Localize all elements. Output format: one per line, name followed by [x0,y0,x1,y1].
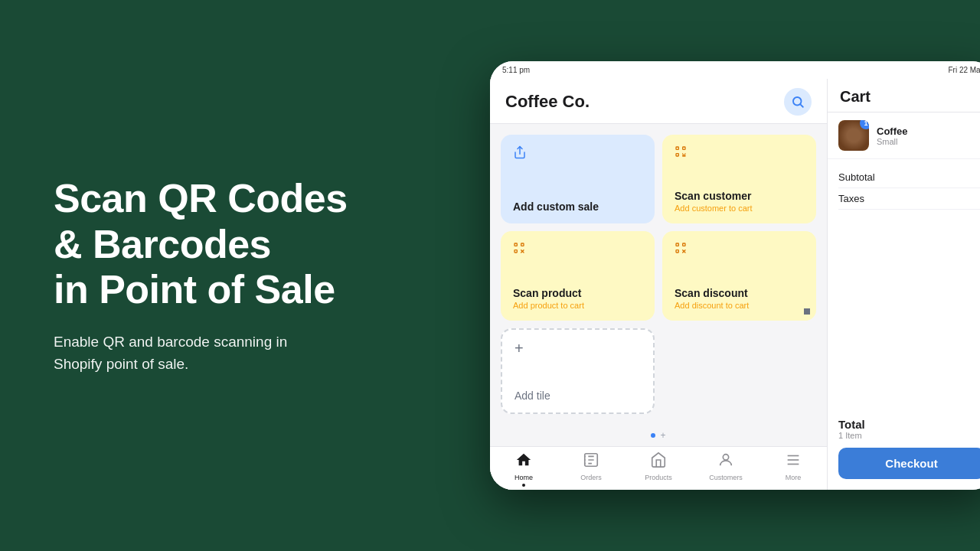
tile-scan-discount[interactable]: Scan discount Add discount to cart [662,231,816,320]
tablet-screen: 5:11 pm Fri 22 Mar Coffee Co. [490,61,980,490]
cart-panel: Cart 1 Coffee Small [827,79,980,490]
scan-product-icon [513,242,642,257]
svg-rect-3 [676,147,678,149]
nav-products-label: Products [645,474,672,481]
dot-active [651,433,655,438]
nav-orders-label: Orders [580,474,602,481]
search-icon [791,95,805,109]
svg-rect-11 [521,243,524,246]
search-button[interactable] [784,88,812,116]
cart-item[interactable]: 1 Coffee Small [828,112,980,159]
plus-icon: + [514,341,641,356]
app-content: Coffee Co. [490,79,980,490]
customers-icon [717,452,734,472]
dot-plus: + [660,431,665,440]
svg-rect-10 [514,243,517,246]
tile-scan-customer[interactable]: Scan customer Add customer to cart [662,135,816,223]
time: 5:11 pm [502,66,530,74]
scroll-indicator [804,308,810,315]
custom-sale-title: Add custom sale [513,201,642,213]
headline-line2: & Barcodes [54,222,271,266]
tile-scan-product[interactable]: Scan product Add product to cart [501,231,655,320]
headline-line3: in Point of Sale [54,267,335,311]
tile-add[interactable]: + Add tile [501,328,655,414]
tablet: 5:11 pm Fri 22 Mar Coffee Co. [490,61,980,490]
orders-icon [583,452,599,472]
device-wrapper: 5:11 pm Fri 22 Mar Coffee Co. [459,54,980,497]
tiles-area: Add custom sale [490,124,827,425]
svg-rect-4 [683,147,685,149]
description: Enable QR and barcode scanning inShopify… [54,331,406,375]
nav-customers-label: Customers [709,474,743,481]
home-icon [515,452,532,472]
scan-customer-icon [675,145,804,161]
cart-item-info: Coffee Small [877,126,907,146]
svg-rect-16 [683,243,685,246]
subtotal-row: Subtotal [838,167,980,188]
svg-rect-17 [676,250,678,253]
bottom-nav: Home Orders [490,446,827,490]
svg-rect-12 [514,250,517,253]
nav-products[interactable]: Products [625,452,692,487]
checkout-button[interactable]: Checkout [838,448,980,479]
main-panel: Coffee Co. [490,79,827,490]
nav-home-label: Home [514,474,533,481]
scan-discount-subtitle: Add discount to cart [675,301,804,310]
add-tile-label: Add tile [514,390,641,402]
scan-product-title: Scan product [513,287,642,299]
svg-rect-5 [676,154,678,156]
date: Fri 22 Mar [948,66,980,74]
nav-customers[interactable]: Customers [692,452,760,487]
cart-footer: Total 1 Item Checkout [828,410,980,490]
taxes-label: Taxes [838,193,864,204]
svg-rect-15 [676,243,678,246]
headline-line1: Scan QR Codes [54,176,348,220]
store-name: Coffee Co. [505,92,590,112]
nav-more-label: More [786,474,802,481]
subtotal-label: Subtotal [838,171,875,183]
cart-item-name: Coffee [877,126,907,137]
share-icon [513,145,642,162]
cart-title: Cart [840,88,980,106]
cart-item-variant: Small [877,137,907,146]
status-bar: 5:11 pm Fri 22 Mar [490,61,980,79]
scan-customer-subtitle: Add customer to cart [675,204,804,213]
nav-home[interactable]: Home [490,452,557,487]
more-icon [785,452,802,472]
nav-more[interactable]: More [760,452,827,487]
scan-discount-title: Scan discount [675,287,804,299]
svg-line-1 [800,104,802,106]
total-final: Total 1 Item [838,418,980,440]
total-items: 1 Item [838,431,980,440]
cart-header: Cart [828,79,980,112]
nav-orders[interactable]: Orders [557,452,625,487]
scan-product-subtitle: Add product to cart [513,301,642,310]
scan-discount-icon [675,242,804,257]
main-header: Coffee Co. [490,79,827,124]
svg-point-21 [723,455,728,460]
taxes-row: Taxes [838,188,980,210]
total-label: Total [838,418,980,431]
cart-item-image: 1 [838,120,869,151]
tile-custom-sale[interactable]: Add custom sale [501,135,655,223]
cart-totals: Subtotal Taxes [828,159,980,410]
products-icon [650,452,667,472]
nav-home-indicator [522,484,525,487]
headline: Scan QR Codes & Barcodes in Point of Sal… [54,176,406,313]
dots-area: + [490,425,827,446]
scan-customer-title: Scan customer [675,190,804,202]
left-panel: Scan QR Codes & Barcodes in Point of Sal… [0,130,459,421]
